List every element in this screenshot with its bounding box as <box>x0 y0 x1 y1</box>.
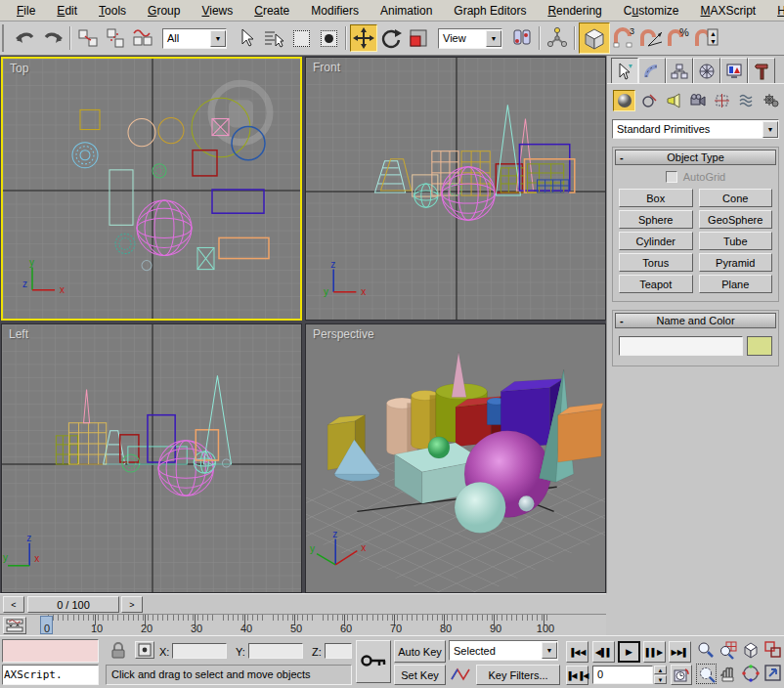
auto-key-button[interactable]: Auto Key <box>394 640 446 663</box>
category-geometry-icon[interactable] <box>613 90 635 111</box>
time-slider[interactable]: 0 / 100 <box>27 596 119 613</box>
tab-motion[interactable] <box>693 58 720 83</box>
select-object-icon[interactable] <box>233 24 260 52</box>
primitives-category-dropdown[interactable]: Standard Primitives ▼ <box>612 119 779 139</box>
set-key-button[interactable]: Set Key <box>394 665 446 685</box>
select-and-move-icon[interactable] <box>350 24 377 52</box>
default-in-out-tangents-icon[interactable] <box>450 666 473 685</box>
object-type-button-cone[interactable]: Cone <box>699 189 773 207</box>
key-filters-button[interactable]: Key Filters... <box>476 665 560 685</box>
category-space-warps-icon[interactable] <box>735 90 758 111</box>
object-type-rollout-header[interactable]: - Object Type <box>615 150 776 165</box>
selection-lock-icon[interactable] <box>110 642 126 661</box>
percent-snap-toggle-icon[interactable]: % <box>665 24 692 52</box>
menu-item-rendering[interactable]: Rendering <box>539 2 610 20</box>
viewport-perspective-label[interactable]: Perspective <box>313 327 374 341</box>
maxscript-listener-line[interactable]: AXScript. <box>2 665 99 685</box>
object-color-swatch[interactable] <box>747 336 772 356</box>
x-coordinate-field[interactable] <box>172 643 227 659</box>
select-and-manipulate-icon[interactable] <box>544 24 571 52</box>
category-helpers-icon[interactable] <box>711 90 733 111</box>
spinner-snap-toggle-icon[interactable]: ▲▼ <box>692 24 719 52</box>
tab-display[interactable] <box>720 58 748 83</box>
z-coordinate-field[interactable] <box>325 643 352 659</box>
menu-item-file[interactable]: File <box>8 2 44 20</box>
category-lights-icon[interactable] <box>662 90 684 111</box>
menu-item-maxscript[interactable]: MAXScript <box>692 2 765 20</box>
min-max-toggle-icon[interactable] <box>763 664 784 684</box>
menu-item-modifiers[interactable]: Modifiers <box>302 2 368 20</box>
object-type-button-sphere[interactable]: Sphere <box>619 210 693 229</box>
select-and-link-icon[interactable] <box>74 24 102 52</box>
arc-rotate-icon[interactable] <box>741 664 762 684</box>
menu-item-edit[interactable]: Edit <box>48 2 86 20</box>
snap-toggle-3d-icon[interactable] <box>579 22 610 54</box>
chevron-down-icon[interactable]: ▼ <box>486 30 501 47</box>
zoom-extents-all-icon[interactable] <box>763 640 784 661</box>
category-cameras-icon[interactable] <box>686 90 709 111</box>
go-to-end-icon[interactable]: ▶▶▌ <box>669 641 691 663</box>
redo-icon[interactable] <box>39 24 66 52</box>
key-mode-toggle-icon[interactable]: ▐◀▐◀ <box>566 666 588 685</box>
zoom-all-icon[interactable] <box>719 640 739 661</box>
next-frame-icon[interactable]: ▌▌▶ <box>643 641 666 663</box>
chevron-down-icon[interactable]: ▼ <box>542 642 557 659</box>
angle-snap-icon[interactable] <box>637 24 665 52</box>
reference-coordinate-dropdown[interactable]: View ▼ <box>438 28 502 49</box>
viewport-left-label[interactable]: Left <box>9 327 28 341</box>
viewport-front-label[interactable]: Front <box>313 61 340 74</box>
zoom-region-icon[interactable] <box>696 664 717 684</box>
rectangular-selection-region-icon[interactable] <box>287 24 315 52</box>
object-name-input[interactable] <box>619 336 743 356</box>
collapse-icon[interactable]: - <box>620 315 624 326</box>
zoom-icon[interactable] <box>696 640 717 661</box>
object-type-button-torus[interactable]: Torus <box>619 253 693 272</box>
object-type-button-teapot[interactable]: Teapot <box>619 275 693 293</box>
object-type-button-tube[interactable]: Tube <box>699 232 773 250</box>
menu-item-graph-editors[interactable]: Graph Editors <box>445 2 535 20</box>
frame-spinner-down[interactable]: ▼ <box>654 675 667 684</box>
object-type-button-geosphere[interactable]: GeoSphere <box>699 210 773 229</box>
select-by-name-icon[interactable] <box>260 24 287 52</box>
name-color-rollout-header[interactable]: - Name and Color <box>615 313 776 328</box>
undo-icon[interactable] <box>12 24 39 52</box>
tab-utilities[interactable] <box>748 58 775 83</box>
y-coordinate-field[interactable] <box>248 643 303 659</box>
menu-item-help[interactable]: Help <box>768 2 784 20</box>
tab-create[interactable] <box>611 58 638 83</box>
bind-to-space-warp-icon[interactable] <box>129 24 156 52</box>
select-and-scale-icon[interactable] <box>405 24 432 52</box>
menu-item-customize[interactable]: Customize <box>615 2 688 20</box>
selection-filter-dropdown[interactable]: All ▼ <box>162 28 227 49</box>
viewport-left[interactable]: z y x Left <box>1 323 302 593</box>
track-bar[interactable]: 0102030405060708090100 <box>0 614 606 635</box>
use-pivot-point-center-icon[interactable] <box>508 24 536 52</box>
absolute-mode-transform-icon[interactable] <box>135 641 154 659</box>
viewport-top-label[interactable]: Top <box>10 62 28 75</box>
menu-item-tools[interactable]: Tools <box>90 2 135 20</box>
pan-hand-icon[interactable] <box>719 664 739 684</box>
frame-spinner-up[interactable]: ▲ <box>654 666 667 674</box>
menu-item-views[interactable]: Views <box>193 2 241 20</box>
object-type-button-pyramid[interactable]: Pyramid <box>699 253 773 272</box>
select-and-rotate-icon[interactable] <box>377 24 405 52</box>
menu-item-create[interactable]: Create <box>245 2 298 20</box>
toolbar-drag-handle[interactable] <box>2 24 9 52</box>
time-configuration-icon[interactable] <box>671 665 692 685</box>
viewport-front[interactable]: z x y Front <box>305 57 606 321</box>
viewport-perspective[interactable]: z y x Perspective <box>305 323 606 593</box>
tab-hierarchy[interactable] <box>666 58 693 83</box>
menu-item-group[interactable]: Group <box>139 2 189 20</box>
previous-frame-arrow[interactable]: < <box>3 596 24 613</box>
category-shapes-icon[interactable] <box>637 90 660 111</box>
set-keys-button[interactable] <box>356 640 391 683</box>
next-frame-arrow[interactable]: > <box>121 596 143 613</box>
object-type-button-plane[interactable]: Plane <box>699 275 773 293</box>
zoom-extents-icon[interactable] <box>741 640 762 661</box>
chevron-down-icon[interactable]: ▼ <box>210 30 226 47</box>
object-type-button-box[interactable]: Box <box>619 189 693 207</box>
collapse-icon[interactable]: - <box>620 151 624 163</box>
go-to-start-icon[interactable]: ▐◀◀ <box>566 641 588 663</box>
unlink-selection-icon[interactable] <box>102 24 129 52</box>
chevron-down-icon[interactable]: ▼ <box>762 121 778 138</box>
